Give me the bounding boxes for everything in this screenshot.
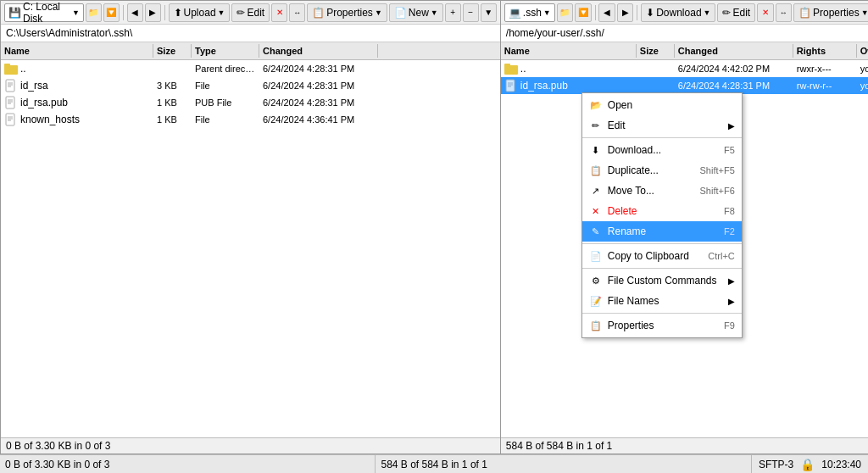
left-panel-status: 0 B of 3.30 KB in 0 of 3 [5, 459, 109, 470]
file-icon [4, 79, 18, 92]
left-properties-btn[interactable]: 📋 Properties ▼ [307, 3, 387, 22]
left-new-arrow[interactable]: ▼ [431, 8, 438, 17]
right-col-owner[interactable]: Owner [857, 44, 868, 58]
ctx-duplicate-shortcut: Shift+F5 [700, 165, 735, 175]
right-nav-filter[interactable]: 🔽 [575, 3, 591, 22]
left-edit-label: Edit [247, 7, 264, 19]
left-add-btn[interactable]: + [445, 3, 461, 22]
ctx-delete-shortcut: F8 [724, 206, 735, 216]
left-prop-icon: 📋 [312, 7, 325, 19]
ctx-sep4 [582, 313, 742, 314]
left-file-list[interactable]: .. Parent directory 6/24/2024 4:28:31 PM… [1, 60, 500, 437]
right-prop-label: Properties [813, 7, 860, 19]
ctx-delete[interactable]: ✕ Delete F8 [582, 201, 742, 221]
right-row-idrsapub[interactable]: id_rsa.pub 6/24/2024 4:28:31 PM rw-rw-r-… [501, 77, 868, 94]
left-filter2-btn[interactable]: ▼ [481, 3, 497, 22]
ctx-edit[interactable]: ✏ Edit ▶ [582, 115, 742, 136]
download-arrow[interactable]: ▼ [704, 8, 711, 17]
ctx-edit-label: Edit [608, 120, 626, 131]
svg-rect-2 [6, 80, 14, 92]
left-nav-back[interactable]: ◀ [127, 3, 143, 22]
ctx-duplicate[interactable]: 📋 Duplicate... Shift+F5 [582, 160, 742, 181]
left-nav-filter[interactable]: 🔽 [103, 3, 120, 22]
right-col-changed[interactable]: Changed [675, 44, 793, 58]
ctx-open[interactable]: 📂 Open [582, 95, 742, 115]
right-edit-icon: ✏ [722, 7, 731, 19]
right-status-bar: 584 B of 584 B in 1 of 1 [501, 437, 868, 454]
ctx-prop-icon: 📋 [589, 319, 603, 332]
ctx-copy-clipboard[interactable]: 📄 Copy to Clipboard Ctrl+C [582, 246, 742, 266]
ctx-download-shortcut: F5 [724, 145, 735, 155]
custom-arrow-icon: ▶ [728, 276, 735, 286]
ctx-moveto[interactable]: ↗ Move To... Shift+F6 [582, 181, 742, 201]
right-drive-chevron[interactable]: ▼ [543, 8, 551, 17]
left-delete-btn[interactable]: ✕ [271, 3, 287, 22]
ctx-file-names[interactable]: 📝 File Names ▶ [582, 291, 742, 311]
ctx-rename-icon: ✎ [589, 225, 603, 238]
svg-rect-6 [6, 97, 14, 109]
ctx-download-icon: ⬇ [589, 143, 603, 157]
ctx-download[interactable]: ⬇ Download... F5 [582, 140, 742, 160]
left-col-size[interactable]: Size [153, 44, 192, 58]
left-minus-btn[interactable]: − [463, 3, 479, 22]
ctx-properties[interactable]: 📋 Properties F9 [582, 315, 742, 336]
right-edit-btn[interactable]: ✏ Edit [717, 3, 755, 22]
right-address-bar: /home/your-user/.ssh/ [501, 25, 868, 42]
left-new-label: New [409, 7, 429, 19]
file-icon [4, 113, 18, 126]
left-prop-arrow[interactable]: ▼ [375, 8, 382, 17]
left-panel: 💾 C: Local Disk ▼ 📁 🔽 ◀ ▶ ⬆ Upload ▼ ✏ E… [0, 0, 500, 454]
svg-rect-16 [506, 80, 515, 92]
upload-icon: ⬆ [174, 7, 182, 19]
right-sep2 [637, 5, 637, 20]
file-icon [504, 79, 518, 92]
left-upload-btn[interactable]: ⬆ Upload ▼ [169, 3, 231, 22]
ctx-file-custom[interactable]: ⚙ File Custom Commands ▶ [582, 270, 742, 291]
ctx-open-label: Open [608, 99, 632, 111]
ctx-rename-label: Rename [608, 225, 646, 237]
left-drive-selector[interactable]: 💾 C: Local Disk ▼ [4, 3, 84, 22]
upload-label: Upload [184, 7, 216, 19]
right-delete-btn[interactable]: ✕ [757, 3, 773, 22]
right-drive-selector[interactable]: 💻 .ssh ▼ [504, 3, 555, 22]
left-row-knownhosts[interactable]: known_hosts 1 KB File 6/24/2024 4:36:41 … [1, 111, 500, 128]
left-row-parent[interactable]: .. Parent directory 6/24/2024 4:28:31 PM [1, 60, 500, 77]
right-prop-icon: 📋 [798, 7, 811, 19]
right-status-text: 584 B of 584 B in 1 of 1 [506, 440, 612, 452]
ctx-sep3 [582, 268, 742, 269]
right-nav-back[interactable]: ◀ [598, 3, 615, 22]
left-col-type[interactable]: Type [192, 44, 259, 58]
left-col-name[interactable]: Name [1, 44, 153, 58]
left-move-btn[interactable]: ↔ [289, 3, 305, 22]
right-col-rights[interactable]: Rights [793, 44, 857, 58]
right-properties-btn[interactable]: 📋 Properties ▼ [793, 3, 868, 22]
right-col-size[interactable]: Size [637, 44, 675, 58]
upload-arrow[interactable]: ▼ [218, 8, 225, 17]
right-drive-label: .ssh [523, 7, 542, 19]
left-new-btn[interactable]: 📄 New ▼ [389, 3, 443, 22]
folder-icon [504, 62, 518, 75]
right-col-name[interactable]: Name [501, 44, 637, 58]
left-edit-btn[interactable]: ✏ Edit [231, 3, 270, 22]
right-row-parent[interactable]: .. 6/24/2024 4:42:02 PM rwxr-x--- your-u… [501, 60, 868, 77]
right-download-btn[interactable]: ⬇ Download ▼ [641, 3, 715, 22]
right-toolbar: 💻 .ssh ▼ 📁 🔽 ◀ ▶ ⬇ Download ▼ ✏ Edit [501, 1, 868, 25]
left-row-idrsa[interactable]: id_rsa 3 KB File 6/24/2024 4:28:31 PM [1, 77, 500, 94]
left-row-idrsapub[interactable]: id_rsa.pub 1 KB PUB File 6/24/2024 4:28:… [1, 94, 500, 111]
ctx-names-icon: 📝 [589, 294, 603, 308]
left-status-text: 0 B of 3.30 KB in 0 of 3 [6, 440, 110, 452]
left-address: C:\Users\Administrator\.ssh\ [6, 27, 132, 39]
right-move-btn[interactable]: ↔ [776, 3, 792, 22]
left-drive-chevron[interactable]: ▼ [72, 8, 80, 17]
right-prop-arrow[interactable]: ▼ [861, 8, 868, 17]
right-nav-forward[interactable]: ▶ [617, 3, 633, 22]
ctx-duplicate-icon: 📋 [589, 164, 603, 177]
left-nav-forward[interactable]: ▶ [145, 3, 161, 22]
file-icon [4, 96, 18, 109]
ctx-names-label: File Names [608, 295, 659, 307]
ctx-delete-label: Delete [608, 205, 637, 217]
left-nav-browse[interactable]: 📁 [86, 3, 102, 22]
left-col-changed[interactable]: Changed [259, 44, 378, 58]
ctx-rename[interactable]: ✎ Rename F2 [582, 221, 742, 242]
right-nav-browse[interactable]: 📁 [557, 3, 573, 22]
